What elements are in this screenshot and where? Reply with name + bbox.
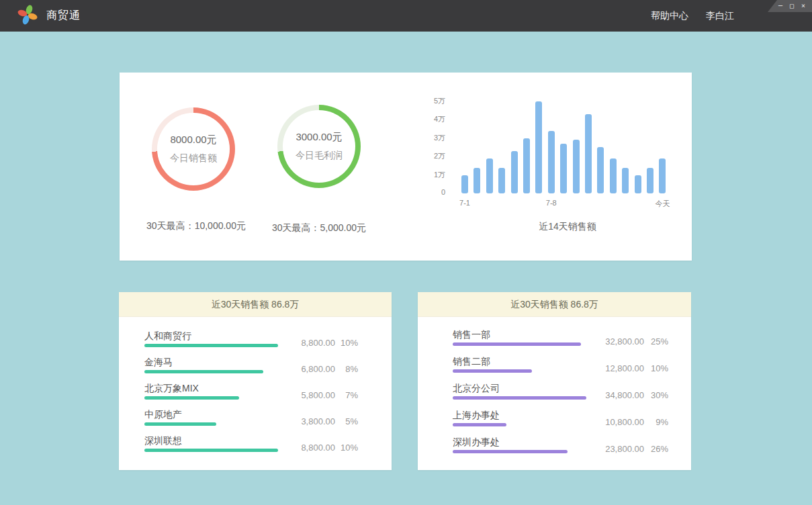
item-percent: 30% [644,390,668,400]
today-profit-label: 今日毛利润 [296,150,343,162]
item-percent: 7% [334,390,358,400]
bar-chart-caption: 近14天销售额 [500,221,635,233]
list-item[interactable]: 销售二部12,800.0010% [418,356,691,377]
item-progress-bar [144,344,278,347]
title-bar: 商贸通 帮助中心 李白江 ─ □ × [0,0,812,32]
item-progress-bar [144,396,239,400]
chart-bar[interactable] [511,151,518,193]
chart-bar[interactable] [573,140,580,193]
app-window: 商贸通 帮助中心 李白江 ─ □ × 8000.00元 今日销售额 30天最高：… [0,0,812,505]
item-percent: 8% [334,364,358,374]
profit-30d-max-caption: 30天最高：5,000.00元 [238,222,400,234]
window-controls: ─ □ × [768,0,812,12]
item-progress-bar [453,423,506,426]
item-amount: 10,800.00 [570,417,644,427]
today-sales-donut-chart: 8000.00元 今日销售额 [152,107,235,191]
list-item[interactable]: 中原地产3,800.005% [119,409,392,430]
today-profit-donut-chart: 3000.00元 今日毛利润 [277,105,361,188]
x-axis-tick-label: 今天 [645,199,679,209]
customers-card-title: 近30天销售额 86.8万 [119,292,392,317]
close-icon[interactable]: × [801,3,805,9]
item-progress-bar [144,449,278,452]
app-title: 商贸通 [46,9,81,23]
chart-bar[interactable] [635,175,641,194]
item-percent: 10% [644,363,668,373]
app-logo-pinwheel-icon [17,5,38,28]
item-amount: 34,800.00 [570,390,644,400]
item-name: 北京分公司 [453,383,500,395]
y-axis-tick-label: 3万 [403,133,445,143]
chart-bar[interactable] [560,144,567,193]
item-amount: 8,800.00 [261,338,335,348]
y-axis-tick-label: 0 [403,188,445,196]
list-item[interactable]: 北京万象MIX5,800.007% [119,383,392,404]
list-item[interactable]: 人和商贸行8,800.0010% [119,330,392,352]
x-axis-tick-label: 7-1 [448,199,482,207]
item-progress-bar [144,370,263,373]
item-name: 销售二部 [453,356,490,368]
item-name: 中原地产 [144,409,182,421]
chart-bar[interactable] [548,131,555,194]
chart-bar[interactable] [647,168,653,194]
x-axis-tick-label: 7-8 [535,199,568,207]
item-name: 销售一部 [453,329,490,341]
item-progress-bar [144,422,216,426]
item-percent: 10% [334,338,358,348]
chart-bar[interactable] [535,101,542,194]
y-axis-tick-label: 4万 [403,114,445,124]
departments-ranking-card: 近30天销售额 86.8万 销售一部32,800.0025%销售二部12,800… [418,292,691,470]
today-sales-value: 8000.00元 [170,134,216,146]
item-percent: 5% [334,416,358,426]
y-axis-tick-label: 1万 [403,170,445,180]
chart-bar[interactable] [486,158,493,193]
chart-bar[interactable] [610,158,617,193]
bar-chart-y-axis: 5万4万3万2万1万0 [403,93,445,193]
item-percent: 26% [644,444,668,454]
item-amount: 8,800.00 [261,443,335,453]
list-item[interactable]: 深圳办事处23,800.0026% [418,437,691,458]
item-name: 深圳联想 [144,435,182,447]
list-item[interactable]: 深圳联想8,800.0010% [119,435,392,457]
list-item[interactable]: 销售一部32,800.0025% [418,329,691,351]
item-name: 金海马 [144,357,173,369]
chart-bar[interactable] [585,114,592,193]
daily-sales-bar-chart [455,93,677,193]
item-name: 深圳办事处 [453,437,500,449]
chart-bar[interactable] [659,158,666,193]
customers-ranking-card: 近30天销售额 86.8万 人和商贸行8,800.0010%金海马6,800.0… [119,292,392,470]
chart-bar[interactable] [597,147,604,193]
list-item[interactable]: 金海马6,800.008% [119,357,392,378]
item-amount: 23,800.00 [570,444,644,454]
list-item[interactable]: 上海办事处10,800.009% [418,410,691,431]
departments-card-title: 近30天销售额 86.8万 [418,292,691,317]
chart-bar[interactable] [622,168,629,194]
y-axis-tick-label: 5万 [403,96,445,106]
item-amount: 5,800.00 [261,390,335,400]
item-progress-bar [453,369,532,373]
item-progress-bar [453,396,586,400]
item-percent: 10% [334,443,358,453]
chart-bar[interactable] [461,175,468,194]
y-axis-tick-label: 2万 [403,151,445,161]
item-progress-bar [453,450,568,453]
chart-bar[interactable] [498,168,505,194]
item-amount: 6,800.00 [261,364,335,374]
chart-bar[interactable] [523,138,530,194]
today-sales-donut-center: 8000.00元 今日销售额 [157,113,230,185]
user-menu[interactable]: 李白江 [706,10,734,22]
today-profit-donut-center: 3000.00元 今日毛利润 [283,110,355,183]
item-percent: 25% [644,336,668,347]
help-center-link[interactable]: 帮助中心 [651,10,688,22]
item-name: 北京万象MIX [144,383,199,395]
list-item[interactable]: 北京分公司34,800.0030% [418,383,691,404]
item-percent: 9% [644,417,668,427]
chart-bar[interactable] [473,168,480,194]
minimize-icon[interactable]: ─ [778,3,782,9]
maximize-icon[interactable]: □ [790,3,794,9]
item-amount: 32,800.00 [570,336,644,347]
item-amount: 12,800.00 [570,363,644,373]
item-amount: 3,800.00 [261,416,335,426]
item-name: 上海办事处 [453,410,500,422]
item-progress-bar [453,342,581,346]
today-profit-value: 3000.00元 [296,131,342,144]
